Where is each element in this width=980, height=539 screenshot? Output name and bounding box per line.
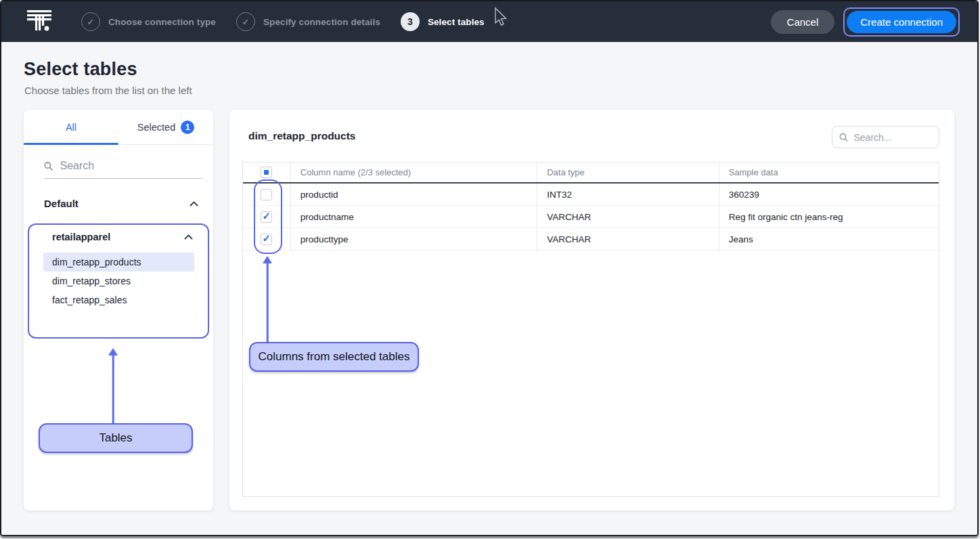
- table-item-label: dim_retapp_products: [52, 257, 141, 267]
- thoughtspot-logo-icon: [27, 9, 51, 35]
- tab-all[interactable]: All: [24, 110, 118, 144]
- default-group-label: Default: [44, 198, 79, 209]
- cell-data-type: INT32: [537, 184, 719, 205]
- search-icon: [44, 161, 53, 171]
- wizard-steps: Choose connection type Specify connectio…: [81, 12, 485, 31]
- step-select-tables[interactable]: 3 Select tables: [401, 12, 485, 31]
- cell-data-type: VARCHAR: [537, 206, 719, 228]
- step3-number: 3: [401, 12, 420, 31]
- header-data-type: Data type: [537, 163, 719, 182]
- page-title: Select tables: [24, 59, 137, 80]
- step3-label: Select tables: [428, 17, 485, 27]
- sidebar-search: [44, 160, 202, 179]
- cell-sample-data: Jeans: [719, 228, 939, 250]
- tab-selected[interactable]: Selected 1: [118, 110, 213, 144]
- header-column-name: Column name (2/3 selected): [291, 163, 537, 182]
- page-subtitle: Choose tables from the list on the left: [24, 85, 192, 96]
- columns-callout: Columns from selected tables: [249, 342, 419, 372]
- sidebar-search-input[interactable]: [60, 160, 203, 172]
- tables-callout: Tables: [39, 423, 193, 453]
- sidebar-table-dim-retapp-stores[interactable]: dim_retapp_stores: [43, 272, 194, 290]
- chevron-up-icon: [190, 201, 198, 207]
- cell-column-name: productname: [291, 206, 537, 228]
- table-row: productid INT32 360239: [243, 184, 939, 206]
- table-row: producttype VARCHAR Jeans: [243, 228, 939, 251]
- columns-table: Column name (2/3 selected) Data type Sam…: [242, 162, 939, 497]
- header-sample-data: Sample data: [719, 163, 939, 182]
- step-specify-connection-details[interactable]: Specify connection details: [236, 12, 380, 31]
- table-row: productname VARCHAR Reg fit organic ctn …: [243, 206, 939, 228]
- row-checkbox-producttype[interactable]: [261, 234, 272, 245]
- tab-selected-label: Selected: [137, 122, 175, 133]
- row-checkbox-productname[interactable]: [261, 211, 272, 223]
- create-connection-focus-ring: Create connection: [843, 7, 960, 37]
- app-window: Choose connection type Specify connectio…: [0, 0, 979, 536]
- cell-column-name: producttype: [291, 228, 537, 250]
- create-connection-button[interactable]: Create connection: [847, 11, 956, 33]
- columns-search: [832, 126, 939, 148]
- schema-retailapparel[interactable]: retailapparel: [52, 232, 193, 242]
- cell-data-type: VARCHAR: [537, 228, 719, 250]
- cell-sample-data: 360239: [719, 184, 939, 205]
- step2-label: Specify connection details: [263, 17, 380, 27]
- row-checkbox-productid[interactable]: [261, 189, 272, 200]
- cancel-button[interactable]: Cancel: [771, 10, 835, 34]
- search-icon: [839, 132, 848, 143]
- database-group-default[interactable]: Default: [44, 198, 198, 209]
- page-content: Select tables Choose tables from the lis…: [1, 42, 977, 536]
- step2-check-icon: [236, 12, 255, 31]
- wizard-topbar: Choose connection type Specify connectio…: [1, 1, 977, 42]
- cell-column-name: productid: [291, 184, 537, 205]
- table-item-label: fact_retapp_sales: [52, 295, 127, 305]
- cell-sample-data: Reg fit organic ctn jeans-reg: [719, 206, 939, 228]
- sidebar-table-dim-retapp-products[interactable]: dim_retapp_products: [43, 253, 194, 272]
- selected-table-title: dim_retapp_products: [248, 130, 355, 142]
- schema-label: retailapparel: [52, 232, 110, 242]
- selected-count-badge: 1: [181, 121, 194, 134]
- columns-table-header: Column name (2/3 selected) Data type Sam…: [243, 163, 939, 184]
- tab-all-label: All: [66, 122, 76, 133]
- step1-check-icon: [81, 12, 100, 31]
- tables-annotation-arrow: [108, 348, 118, 423]
- columns-search-input[interactable]: [853, 132, 932, 143]
- select-all-checkbox[interactable]: [261, 167, 272, 178]
- sidebar-table-fact-retapp-sales[interactable]: fact_retapp_sales: [43, 290, 194, 309]
- step-choose-connection-type[interactable]: Choose connection type: [81, 12, 216, 31]
- tables-sidebar: All Selected 1 Default: [24, 110, 213, 511]
- table-item-label: dim_retapp_stores: [52, 276, 131, 286]
- active-tab-indicator: [24, 143, 118, 145]
- sidebar-tabs: All Selected 1: [24, 110, 213, 145]
- mouse-cursor: [493, 7, 507, 30]
- columns-panel: dim_retapp_products Column name (2/3 sel…: [229, 110, 954, 511]
- step1-label: Choose connection type: [108, 17, 216, 27]
- topbar-actions: Cancel Create connection: [771, 7, 960, 37]
- chevron-up-icon: [184, 234, 193, 240]
